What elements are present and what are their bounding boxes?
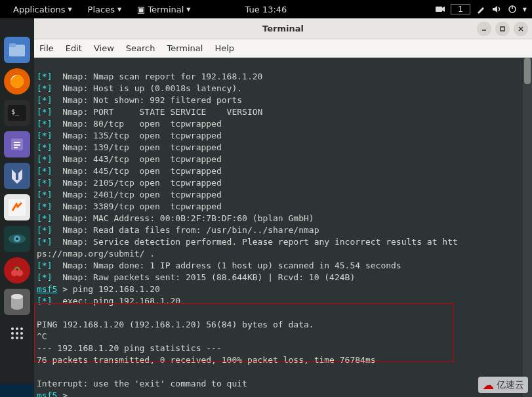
term-line: Interrupt: use the 'exit' command to qui… (37, 379, 247, 388)
terminal-dock-icon[interactable]: $_ (4, 100, 30, 126)
svg-point-21 (16, 327, 18, 330)
minimize-button[interactable] (477, 22, 491, 36)
term-line: Nmap: Raw packets sent: 2015 (88.644KB) … (52, 272, 355, 282)
terminal-menubar: File Edit View Search Terminal Help (34, 39, 532, 58)
marker: [*] (37, 201, 52, 211)
term-line: Nmap: Nmap done: 1 IP address (1 host up… (52, 261, 401, 270)
chevron-down-icon[interactable]: ▼ (523, 7, 527, 12)
scrollbar[interactable] (523, 58, 532, 397)
menu-help[interactable]: Help (215, 43, 234, 53)
marker: [*] (37, 166, 52, 176)
marker: [*] (37, 190, 52, 199)
term-line: > (57, 390, 72, 397)
files-icon[interactable] (4, 37, 30, 63)
applications-menu[interactable]: Applications ▼ (5, 5, 80, 14)
term-line: Nmap: Nmap scan report for 192.168.1.20 (52, 72, 262, 81)
chevron-down-icon: ▼ (117, 7, 121, 12)
marker: [*] (37, 237, 52, 247)
marker: [*] (37, 107, 52, 117)
svg-text:$_: $_ (11, 108, 20, 116)
term-line: Nmap: Host is up (0.0018s latency). (52, 83, 242, 93)
svg-point-17 (16, 270, 23, 276)
menu-view[interactable]: View (94, 43, 114, 53)
term-line: Nmap: 80/tcp open tcpwrapped (52, 119, 221, 129)
terminal-task[interactable]: ▣ Terminal ▼ (129, 5, 198, 14)
term-line: Nmap: 139/tcp open tcpwrapped (52, 142, 221, 152)
svg-point-26 (11, 337, 14, 339)
marker: [*] (37, 142, 52, 152)
svg-point-25 (20, 332, 23, 335)
maximize-button[interactable] (495, 22, 510, 36)
term-line: Nmap: 445/tcp open tcpwrapped (52, 166, 221, 176)
menu-terminal[interactable]: Terminal (167, 43, 203, 53)
term-line: Nmap: MAC Address: 00:0B:2F:7B:DF:60 (bp… (52, 213, 314, 223)
marker: [*] (37, 83, 52, 93)
clock[interactable]: Tue 13:46 (245, 5, 287, 14)
places-label: Places (88, 5, 115, 14)
terminal-window: Terminal File Edit View Search Terminal … (34, 18, 532, 397)
brush-icon[interactable] (476, 4, 486, 14)
marker: [*] (37, 178, 52, 188)
marker: [*] (37, 154, 52, 164)
recording-icon[interactable] (435, 4, 445, 14)
menu-edit[interactable]: Edit (66, 43, 82, 53)
top-panel: Applications ▼ Places ▼ ▣ Terminal ▼ Tue… (0, 0, 532, 18)
workspace-indicator[interactable]: 1 (451, 4, 470, 14)
marker: [*] (37, 213, 52, 223)
term-line: 76 packets transmitted, 0 received, 100%… (37, 355, 376, 365)
svg-point-27 (16, 337, 18, 339)
dock: $_ (0, 18, 34, 397)
database-icon[interactable] (4, 289, 30, 315)
firefox-icon[interactable] (4, 68, 30, 94)
svg-point-19 (11, 294, 23, 299)
applications-label: Applications (13, 5, 65, 14)
term-line: --- 192.168.1.20 ping statistics --- (37, 343, 222, 353)
terminal-body[interactable]: [*] Nmap: Nmap scan report for 192.168.1… (34, 58, 532, 397)
volume-icon[interactable] (491, 4, 502, 14)
places-menu[interactable]: Places ▼ (80, 5, 130, 14)
term-line: exec: ping 192.168.1.20 (52, 296, 180, 306)
apps-grid-icon[interactable] (4, 320, 30, 346)
term-line: Nmap: 135/tcp open tcpwrapped (52, 131, 221, 140)
term-line: Nmap: Not shown: 992 filtered ports (52, 95, 242, 105)
marker: [*] (37, 95, 52, 105)
burp-icon[interactable] (4, 194, 30, 220)
prompt: msf5 (37, 284, 57, 294)
scrollbar-thumb[interactable] (524, 58, 531, 84)
editor-icon[interactable] (4, 131, 30, 157)
power-icon[interactable] (507, 4, 518, 14)
chevron-down-icon: ▼ (186, 7, 190, 12)
watermark: ☁ 亿速云 (478, 377, 528, 393)
close-button[interactable] (514, 22, 528, 36)
svg-point-15 (16, 238, 18, 240)
marker: [*] (37, 272, 52, 282)
term-line: Nmap: PORT STATE SERVICE VERSION (52, 107, 262, 117)
menu-file[interactable]: File (39, 43, 54, 53)
term-line: Nmap: 3389/tcp open tcpwrapped (52, 201, 221, 211)
marker: [*] (37, 261, 52, 270)
svg-rect-30 (501, 27, 504, 31)
chevron-down-icon: ▼ (68, 7, 72, 12)
marker: [*] (37, 225, 52, 235)
terminal-titlebar[interactable]: Terminal (34, 18, 532, 39)
metasploit-icon[interactable] (4, 163, 30, 189)
annotation-box (34, 303, 454, 362)
marker: [*] (37, 131, 52, 140)
terminal-icon: ▣ (137, 5, 145, 14)
term-line: Nmap: 2105/tcp open tcpwrapped (52, 178, 221, 188)
term-line: ^C (37, 331, 47, 341)
cherrytree-icon[interactable] (4, 257, 30, 283)
svg-point-28 (20, 337, 23, 339)
terminal-task-label: Terminal (148, 5, 184, 14)
watermark-text: 亿速云 (497, 379, 524, 391)
menu-search[interactable]: Search (126, 43, 155, 53)
svg-point-20 (11, 327, 14, 330)
scanner-icon[interactable] (4, 226, 30, 252)
svg-rect-0 (436, 7, 442, 12)
prompt: msf5 (37, 390, 57, 397)
svg-rect-4 (9, 43, 16, 47)
marker: [*] (37, 119, 52, 129)
svg-point-24 (16, 332, 18, 335)
term-line: Nmap: 2401/tcp open tcpwrapped (52, 190, 221, 199)
term-line: > ping 192.168.1.20 (57, 284, 160, 294)
